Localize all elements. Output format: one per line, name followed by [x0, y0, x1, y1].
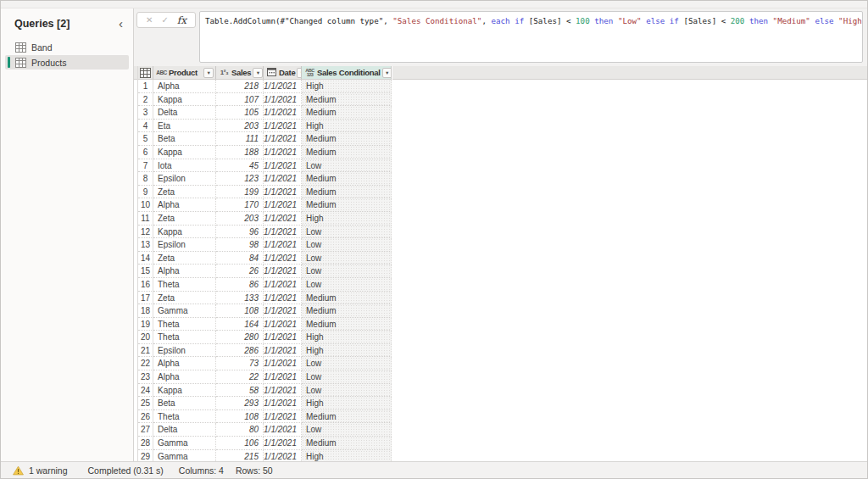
row-number[interactable]: 8	[138, 172, 153, 186]
row-number[interactable]: 18	[138, 304, 153, 318]
cell-sales-conditional[interactable]: Medium	[302, 132, 392, 146]
row-number[interactable]: 15	[138, 265, 153, 278]
formula-input[interactable]: Table.AddColumn(#"Changed column type", …	[199, 11, 863, 63]
cell-sales[interactable]: 58	[216, 384, 264, 398]
cell-sales[interactable]: 80	[216, 423, 264, 437]
row-number[interactable]: 10	[138, 198, 153, 212]
cell-date[interactable]: 1/1/2021	[264, 80, 302, 93]
cell-date[interactable]: 1/1/2021	[264, 132, 302, 146]
cell-product[interactable]: Kappa	[153, 226, 216, 239]
cell-sales-conditional[interactable]: Low	[302, 252, 392, 265]
cell-sales-conditional[interactable]: Low	[302, 370, 392, 384]
cell-sales[interactable]: 280	[216, 331, 264, 344]
cell-sales[interactable]: 105	[216, 106, 264, 120]
cell-date[interactable]: 1/1/2021	[264, 331, 302, 344]
cell-product[interactable]: Alpha	[153, 265, 216, 278]
filter-dropdown-sales-conditional[interactable]: ▼	[382, 68, 392, 78]
cell-date[interactable]: 1/1/2021	[264, 423, 302, 437]
cell-sales[interactable]: 203	[216, 120, 264, 133]
cell-sales-conditional[interactable]: Medium	[302, 106, 392, 120]
cell-date[interactable]: 1/1/2021	[264, 304, 302, 318]
cell-sales[interactable]: 218	[216, 80, 264, 93]
row-number[interactable]: 26	[138, 410, 153, 424]
cell-product[interactable]: Theta	[153, 318, 216, 331]
cell-sales[interactable]: 203	[216, 212, 264, 226]
row-number[interactable]: 24	[138, 384, 153, 398]
column-header-date[interactable]: Date▼	[264, 66, 302, 80]
cell-sales-conditional[interactable]: High	[302, 344, 392, 358]
cell-sales-conditional[interactable]: Low	[302, 159, 392, 173]
cell-date[interactable]: 1/1/2021	[264, 186, 302, 199]
cell-sales-conditional[interactable]: Medium	[302, 304, 392, 318]
cell-date[interactable]: 1/1/2021	[264, 198, 302, 212]
cell-sales[interactable]: 73	[216, 357, 264, 370]
cell-sales-conditional[interactable]: High	[302, 450, 392, 461]
cell-date[interactable]: 1/1/2021	[264, 344, 302, 358]
row-number[interactable]: 9	[138, 186, 153, 199]
confirm-icon[interactable]: ✓	[161, 16, 168, 25]
cell-product[interactable]: Gamma	[153, 437, 216, 450]
row-number[interactable]: 11	[138, 212, 153, 226]
cancel-icon[interactable]: ✕	[146, 16, 153, 25]
cell-date[interactable]: 1/1/2021	[264, 172, 302, 186]
cell-sales-conditional[interactable]: High	[302, 120, 392, 133]
cell-sales[interactable]: 86	[216, 278, 264, 292]
cell-date[interactable]: 1/1/2021	[264, 384, 302, 398]
cell-date[interactable]: 1/1/2021	[264, 226, 302, 239]
column-header-sales-conditional[interactable]: ABC123Sales Conditional▼	[302, 66, 392, 80]
cell-sales-conditional[interactable]: Medium	[302, 146, 392, 159]
cell-sales[interactable]: 98	[216, 238, 264, 252]
row-number[interactable]: 22	[138, 357, 153, 370]
query-item-products[interactable]: Products	[5, 55, 129, 70]
row-number[interactable]: 13	[138, 238, 153, 252]
cell-product[interactable]: Theta	[153, 278, 216, 292]
row-number[interactable]: 1	[138, 80, 153, 93]
cell-sales-conditional[interactable]: Low	[302, 238, 392, 252]
row-number[interactable]: 29	[138, 450, 153, 461]
column-header-sales[interactable]: 1²₃Sales▼	[216, 66, 264, 80]
cell-product[interactable]: Theta	[153, 410, 216, 424]
cell-date[interactable]: 1/1/2021	[264, 238, 302, 252]
row-number[interactable]: 16	[138, 278, 153, 292]
cell-sales-conditional[interactable]: Low	[302, 423, 392, 437]
cell-date[interactable]: 1/1/2021	[264, 93, 302, 107]
cell-date[interactable]: 1/1/2021	[264, 397, 302, 410]
cell-product[interactable]: Epsilon	[153, 344, 216, 358]
cell-sales[interactable]: 188	[216, 146, 264, 159]
cell-date[interactable]: 1/1/2021	[264, 146, 302, 159]
cell-product[interactable]: Kappa	[153, 146, 216, 159]
cell-sales[interactable]: 199	[216, 186, 264, 199]
cell-date[interactable]: 1/1/2021	[264, 292, 302, 305]
cell-date[interactable]: 1/1/2021	[264, 159, 302, 173]
cell-sales-conditional[interactable]: High	[302, 212, 392, 226]
cell-date[interactable]: 1/1/2021	[264, 437, 302, 450]
cell-sales[interactable]: 96	[216, 226, 264, 239]
row-number[interactable]: 17	[138, 292, 153, 305]
cell-sales-conditional[interactable]: High	[302, 397, 392, 410]
cell-sales-conditional[interactable]: High	[302, 331, 392, 344]
cell-product[interactable]: Zeta	[153, 292, 216, 305]
cell-sales-conditional[interactable]: Medium	[302, 318, 392, 331]
row-number[interactable]: 28	[138, 437, 153, 450]
collapse-panel-icon[interactable]: ‹	[119, 19, 123, 28]
cell-sales-conditional[interactable]: Low	[302, 357, 392, 370]
cell-product[interactable]: Kappa	[153, 384, 216, 398]
cell-product[interactable]: Zeta	[153, 212, 216, 226]
cell-product[interactable]: Epsilon	[153, 238, 216, 252]
cell-product[interactable]: Kappa	[153, 93, 216, 107]
cell-product[interactable]: Zeta	[153, 186, 216, 199]
row-number[interactable]: 5	[138, 132, 153, 146]
cell-sales[interactable]: 108	[216, 410, 264, 424]
cell-product[interactable]: Alpha	[153, 80, 216, 93]
cell-product[interactable]: Eta	[153, 120, 216, 133]
row-number[interactable]: 21	[138, 344, 153, 358]
cell-sales[interactable]: 215	[216, 450, 264, 461]
cell-sales-conditional[interactable]: Medium	[302, 198, 392, 212]
row-number[interactable]: 19	[138, 318, 153, 331]
cell-date[interactable]: 1/1/2021	[264, 370, 302, 384]
cell-sales-conditional[interactable]: Medium	[302, 172, 392, 186]
cell-sales[interactable]: 111	[216, 132, 264, 146]
cell-date[interactable]: 1/1/2021	[264, 265, 302, 278]
cell-date[interactable]: 1/1/2021	[264, 278, 302, 292]
cell-sales[interactable]: 133	[216, 292, 264, 305]
